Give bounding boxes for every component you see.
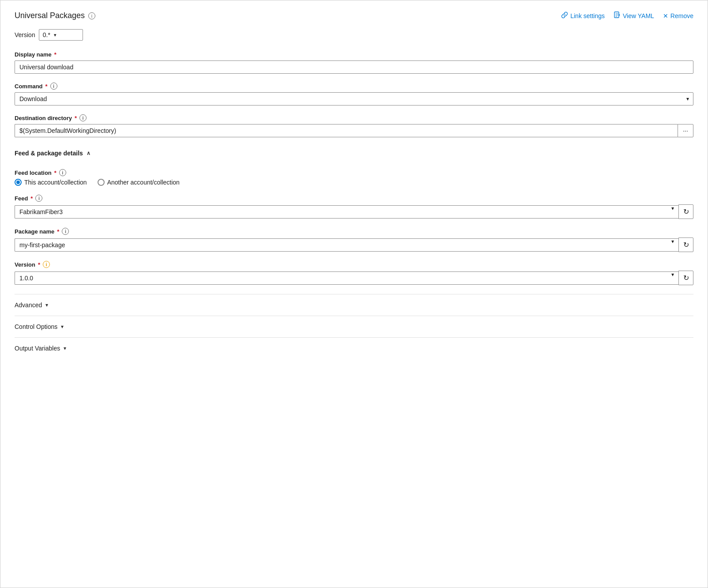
view-yaml-icon	[614, 11, 621, 20]
radio-another-account-label: Another account/collection	[107, 179, 180, 186]
version-field-refresh-button[interactable]: ↻	[678, 271, 693, 285]
destination-dir-browse-button[interactable]: ···	[678, 124, 693, 137]
command-info-icon[interactable]: i	[50, 83, 57, 90]
advanced-toggle[interactable]: Advanced ▾	[15, 294, 693, 316]
remove-button[interactable]: ✕ Remove	[663, 12, 693, 19]
command-select[interactable]: Download Publish	[15, 92, 693, 106]
feed-location-this-account[interactable]: This account/collection	[15, 179, 87, 186]
version-row-label: Version	[15, 31, 35, 38]
link-settings-icon	[561, 11, 568, 20]
feed-required: *	[30, 195, 33, 202]
destination-dir-input[interactable]	[15, 124, 678, 137]
feed-refresh-button[interactable]: ↻	[678, 204, 693, 219]
radio-another-account[interactable]	[98, 179, 105, 186]
control-options-label: Control Options	[15, 323, 57, 330]
feed-package-chevron: ∧	[87, 150, 90, 156]
feed-location-another-account[interactable]: Another account/collection	[98, 179, 180, 186]
destination-dir-required: *	[75, 115, 77, 121]
feed-label: Feed * i	[15, 195, 693, 202]
control-options-section: Control Options ▾	[15, 316, 693, 337]
version-row: Version 0.* ▾	[15, 29, 693, 41]
view-yaml-button[interactable]: View YAML	[614, 11, 654, 20]
page-title: Universal Packages	[15, 11, 85, 20]
version-field-info-icon[interactable]: i	[43, 261, 50, 268]
version-select-value: 0.*	[43, 31, 50, 38]
package-name-section: Package name * i my-first-package ▾ ↻	[15, 228, 693, 252]
command-section: Command * i Download Publish ▾	[15, 83, 693, 106]
display-name-required: *	[54, 51, 56, 58]
radio-this-account[interactable]	[15, 179, 22, 186]
feed-section: Feed * i FabrikamFiber3 ▾ ↻	[15, 195, 693, 219]
advanced-chevron: ▾	[45, 302, 48, 308]
package-name-info-icon[interactable]: i	[62, 228, 69, 235]
package-name-label: Package name * i	[15, 228, 693, 235]
feed-package-title: Feed & package details	[15, 150, 83, 157]
destination-dir-label: Destination directory * i	[15, 114, 693, 121]
page-header: Universal Packages i Link settings	[15, 11, 693, 20]
version-field-select[interactable]: 1.0.0	[15, 271, 678, 285]
command-select-wrapper: Download Publish ▾	[15, 92, 693, 106]
output-variables-section: Output Variables ▾	[15, 337, 693, 359]
package-name-select-wrapper: my-first-package ▾ ↻	[15, 237, 693, 252]
command-required: *	[45, 83, 48, 90]
version-field-label: Version * i	[15, 261, 693, 268]
title-info-icon[interactable]: i	[88, 12, 95, 19]
display-name-input[interactable]	[15, 60, 693, 74]
command-label: Command * i	[15, 83, 693, 90]
feed-select[interactable]: FabrikamFiber3	[15, 205, 678, 219]
version-field-select-wrapper: 1.0.0 ▾ ↻	[15, 271, 693, 285]
feed-location-info-icon[interactable]: i	[59, 169, 66, 176]
header-actions: Link settings View YAML ✕ Remove	[561, 11, 693, 20]
link-settings-label: Link settings	[570, 12, 605, 19]
feed-select-wrapper: FabrikamFiber3 ▾ ↻	[15, 204, 693, 219]
output-variables-chevron: ▾	[64, 345, 66, 351]
version-select[interactable]: 0.* ▾	[39, 29, 83, 41]
feed-location-label: Feed location * i	[15, 169, 693, 176]
version-field-section: Version * i 1.0.0 ▾ ↻	[15, 261, 693, 285]
destination-dir-section: Destination directory * i ···	[15, 114, 693, 137]
display-name-section: Display name *	[15, 51, 693, 74]
output-variables-label: Output Variables	[15, 345, 60, 352]
version-field-required: *	[38, 261, 40, 268]
package-name-required: *	[57, 228, 59, 235]
advanced-label: Advanced	[15, 302, 42, 309]
link-settings-button[interactable]: Link settings	[561, 11, 605, 20]
radio-this-account-label: This account/collection	[24, 179, 87, 186]
feed-location-section: Feed location * i This account/collectio…	[15, 169, 693, 186]
version-select-chevron: ▾	[54, 32, 56, 38]
destination-dir-row: ···	[15, 124, 693, 137]
feed-location-required: *	[54, 170, 56, 176]
feed-package-section: Feed & package details ∧ Feed location *…	[15, 146, 693, 285]
remove-icon: ✕	[663, 12, 668, 19]
advanced-section: Advanced ▾	[15, 294, 693, 316]
destination-dir-info-icon[interactable]: i	[79, 114, 87, 121]
display-name-label: Display name *	[15, 51, 693, 58]
feed-package-toggle[interactable]: Feed & package details ∧	[15, 146, 693, 162]
header-left: Universal Packages i	[15, 11, 95, 20]
feed-info-icon[interactable]: i	[35, 195, 42, 202]
control-options-chevron: ▾	[61, 324, 64, 330]
package-name-select[interactable]: my-first-package	[15, 238, 678, 252]
control-options-toggle[interactable]: Control Options ▾	[15, 316, 693, 337]
feed-location-radio-group: This account/collection Another account/…	[15, 179, 693, 186]
view-yaml-label: View YAML	[623, 12, 654, 19]
remove-label: Remove	[670, 12, 693, 19]
package-name-refresh-button[interactable]: ↻	[678, 237, 693, 252]
output-variables-toggle[interactable]: Output Variables ▾	[15, 338, 693, 359]
